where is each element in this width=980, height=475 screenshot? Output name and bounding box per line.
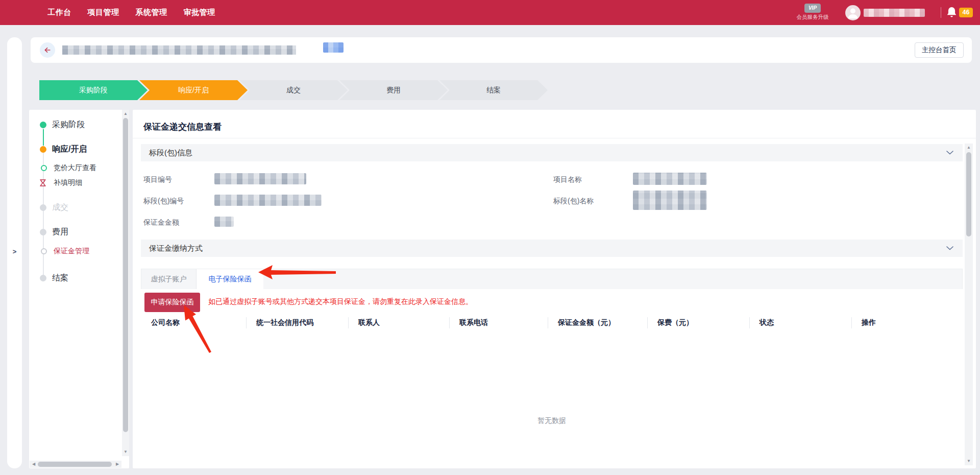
page-title-redacted (62, 45, 296, 55)
duplicate-deposit-warning: 如已通过虚拟子账号或其他方式递交本项目保证金，请勿重复在此录入保证金信息。 (208, 297, 473, 306)
field-value-redacted (633, 173, 707, 185)
nav-item-approval-management[interactable]: 审批管理 (184, 8, 215, 17)
gray-ring-icon (41, 248, 47, 254)
green-dot-icon (40, 122, 46, 128)
field-label-deposit-amount: 保证金金额 (143, 218, 179, 227)
col-company-name: 公司名称 (141, 315, 246, 331)
sidebar-item-label: 费用 (52, 227, 68, 238)
apply-insurance-guarantee-button[interactable]: 申请保险保函 (144, 293, 200, 312)
sidebar-item-label: 采购阶段 (52, 120, 85, 130)
sidebar-vertical-scrollbar[interactable]: ▲ ▼ (122, 110, 129, 456)
orange-dot-icon (40, 146, 46, 153)
sidebar-item-label: 保证金管理 (54, 247, 89, 256)
main-vertical-scrollbar[interactable]: ▲ ▼ (965, 144, 973, 465)
sidebar-item-deal[interactable]: 成交 (29, 202, 121, 213)
sidebar-item-closing[interactable]: 结案 (29, 272, 121, 283)
col-unified-social-credit-code: 统一社会信用代码 (246, 315, 348, 331)
top-nav-bar: 工作台 项目管理 系统管理 审批管理 VIP 会员服务升级 46 (0, 0, 980, 25)
nav-item-system-management[interactable]: 系统管理 (136, 8, 167, 17)
field-value-redacted (214, 173, 306, 184)
col-deposit-amount-yuan: 保证金金额（元） (548, 315, 647, 331)
hourglass-icon (40, 179, 46, 188)
notification-bell-icon[interactable] (946, 7, 957, 18)
scroll-right-icon[interactable]: ▶ (114, 461, 121, 468)
field-value-redacted (214, 195, 322, 206)
field-label-lot-name: 标段(包)名称 (553, 197, 594, 206)
nav-menu: 工作台 项目管理 系统管理 审批管理 (47, 0, 215, 25)
vip-icon: VIP (804, 4, 821, 13)
scroll-up-icon[interactable]: ▲ (965, 144, 972, 151)
section-title: 保证金缴纳方式 (149, 244, 203, 253)
step-response-open: 响应/开启 (139, 80, 248, 100)
sidebar-item-deposit-management[interactable]: 保证金管理 (29, 246, 121, 257)
scroll-down-icon[interactable]: ▼ (122, 448, 129, 456)
section-title: 标段(包)信息 (149, 148, 192, 158)
collapsed-side-rail: > (7, 37, 22, 468)
scrollbar-thumb[interactable] (38, 462, 112, 467)
step-closing: 结案 (439, 80, 548, 100)
status-chip-redacted (323, 42, 344, 53)
step-procurement-stage: 采购阶段 (39, 80, 148, 100)
field-label-project-name: 项目名称 (553, 175, 582, 184)
vip-upgrade[interactable]: VIP 会员服务升级 (792, 3, 833, 21)
col-premium-yuan: 保费（元） (647, 315, 749, 331)
back-button[interactable] (40, 42, 55, 58)
sidebar-item-label: 补填明细 (54, 178, 82, 187)
sidebar-item-label: 结案 (52, 273, 68, 283)
section-header-lot-info[interactable]: 标段(包)信息 (141, 144, 963, 161)
sidebar-item-fees[interactable]: 费用 (29, 226, 121, 238)
sidebar-item-procurement-stage[interactable]: 采购阶段 (29, 119, 121, 130)
sidebar-item-label: 竞价大厅查看 (54, 163, 96, 173)
sidebar-item-bidding-hall-view[interactable]: 竞价大厅查看 (29, 162, 121, 174)
step-deal: 成交 (239, 80, 348, 100)
gray-dot-icon (40, 204, 46, 211)
nav-item-project-management[interactable]: 项目管理 (88, 8, 119, 17)
field-value-redacted (214, 217, 234, 227)
col-status: 状态 (749, 315, 851, 331)
expand-panel-chevron-icon[interactable]: > (7, 246, 22, 258)
nav-divider (941, 7, 941, 18)
sidebar-timeline: 采购阶段 响应/开启 竞价大厅查看 补填明细 成交 费用 (29, 110, 129, 468)
console-home-button[interactable]: 主控台首页 (915, 42, 964, 58)
scrollbar-thumb[interactable] (123, 118, 128, 432)
scroll-down-icon[interactable]: ▼ (965, 458, 972, 465)
sidebar-item-label: 响应/开启 (52, 144, 87, 155)
chevron-down-icon[interactable] (946, 246, 953, 250)
sidebar-item-supplement-details[interactable]: 补填明细 (29, 177, 121, 188)
scroll-up-icon[interactable]: ▲ (122, 110, 129, 117)
user-avatar[interactable] (845, 5, 861, 20)
vip-caption: 会员服务升级 (792, 14, 833, 21)
col-actions: 操作 (851, 315, 963, 331)
sidebar-horizontal-scrollbar[interactable]: ◀ ▶ (30, 461, 121, 468)
gray-dot-icon (40, 275, 46, 281)
tab-electronic-insurance-guarantee[interactable]: 电子保险保函 (197, 269, 263, 289)
nav-item-workbench[interactable]: 工作台 (47, 8, 71, 17)
col-contact-phone: 联系电话 (449, 315, 548, 331)
main-panel: 保证金递交信息查看 标段(包)信息 项目编号 项目名称 标段(包)编号 标段(包… (133, 110, 976, 468)
page-title: 保证金递交信息查看 (143, 121, 222, 133)
scroll-left-icon[interactable]: ◀ (30, 461, 37, 468)
sidebar-item-label: 成交 (52, 202, 68, 213)
payment-method-tabs: 虚拟子账户 电子保险保函 (141, 269, 963, 289)
process-steps: 采购阶段 响应/开启 成交 费用 结案 (39, 80, 548, 100)
field-label-project-no: 项目编号 (143, 175, 172, 184)
notification-count-badge: 46 (959, 8, 973, 17)
chevron-down-icon[interactable] (946, 151, 953, 155)
username-redacted (864, 9, 925, 17)
section-header-deposit-payment-method[interactable]: 保证金缴纳方式 (141, 240, 963, 257)
green-ring-icon (41, 165, 47, 171)
empty-table-message: 暂无数据 (141, 416, 963, 425)
breadcrumb-bar: 主控台首页 (31, 37, 972, 63)
tab-virtual-sub-account[interactable]: 虚拟子账户 (141, 269, 197, 289)
divider (133, 138, 976, 138)
gray-dot-icon (40, 229, 46, 235)
field-value-redacted (633, 191, 707, 210)
scrollbar-thumb[interactable] (966, 152, 971, 236)
page: 工作台 项目管理 系统管理 审批管理 VIP 会员服务升级 46 (0, 0, 980, 475)
step-fees: 费用 (339, 80, 448, 100)
person-icon (845, 5, 861, 20)
sidebar-item-response-open[interactable]: 响应/开启 (29, 144, 121, 155)
col-contact-person: 联系人 (348, 315, 449, 331)
back-arrow-icon (43, 46, 52, 54)
field-label-lot-no: 标段(包)编号 (143, 197, 184, 206)
